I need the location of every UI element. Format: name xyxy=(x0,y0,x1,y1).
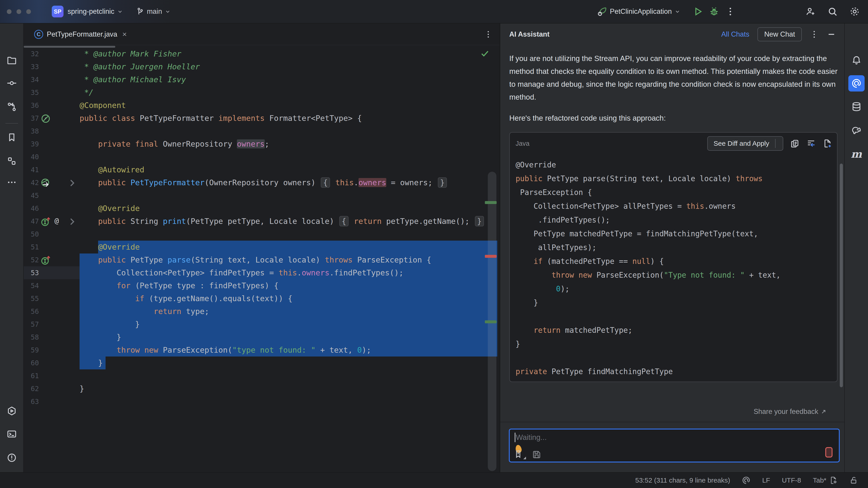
code-line[interactable]: 45 xyxy=(24,189,500,202)
maven-icon[interactable]: m xyxy=(848,146,865,162)
code-line[interactable]: 57 } xyxy=(24,318,500,331)
stop-icon[interactable] xyxy=(825,447,833,457)
code-line[interactable]: 58 } xyxy=(24,331,500,344)
code-line[interactable]: 38 xyxy=(24,125,500,138)
indent-style[interactable]: Tab* xyxy=(813,477,827,484)
code-line[interactable]: 36@Component xyxy=(24,99,500,112)
line-number[interactable]: 46 xyxy=(24,202,39,215)
line-number[interactable]: 53 xyxy=(24,266,39,279)
analysis-stripe-mark[interactable] xyxy=(485,255,497,258)
project-selector[interactable]: spring-petclinic xyxy=(68,7,123,15)
new-file-icon[interactable] xyxy=(823,139,832,148)
code-line[interactable]: 47@ public String print(PetType petType,… xyxy=(24,215,500,228)
settings-icon[interactable] xyxy=(849,6,860,17)
chat-input[interactable]: Waiting... xyxy=(509,429,840,462)
code-line[interactable]: 51 @Override xyxy=(24,240,500,254)
share-feedback-link[interactable]: Share your feedback xyxy=(500,408,836,416)
line-number[interactable]: 59 xyxy=(24,344,39,357)
code-line[interactable]: 59 throw new ParseException("type not fo… xyxy=(24,344,500,357)
line-number[interactable]: 34 xyxy=(24,73,39,86)
line-number[interactable]: 52 xyxy=(24,254,39,266)
new-chat-button[interactable]: New Chat xyxy=(757,27,802,41)
file-settings-icon[interactable] xyxy=(829,476,838,485)
fold-chevron-icon[interactable] xyxy=(67,178,78,188)
line-number[interactable]: 39 xyxy=(24,138,39,151)
line-number[interactable]: 32 xyxy=(24,47,39,60)
line-number[interactable]: 38 xyxy=(24,125,39,138)
ai-assistant-icon[interactable] xyxy=(848,75,865,92)
window-dot[interactable] xyxy=(7,9,11,14)
code-line[interactable]: 32 * @author Mark Fisher xyxy=(24,47,500,60)
database-icon[interactable] xyxy=(848,98,865,115)
insert-at-caret-icon[interactable] xyxy=(806,139,816,148)
at-gutter-icon[interactable]: @ xyxy=(55,217,65,227)
code-line[interactable]: 55 if (type.getName().equals(text)) { xyxy=(24,292,500,305)
vcs-update-icon[interactable] xyxy=(4,99,20,115)
line-number[interactable]: 42 xyxy=(24,176,39,189)
bookmarks-icon[interactable] xyxy=(4,129,20,145)
analysis-stripe-mark[interactable] xyxy=(485,320,497,323)
line-number[interactable]: 57 xyxy=(24,318,39,331)
code-line[interactable]: 37public class PetTypeFormatter implemen… xyxy=(24,112,500,125)
window-dot[interactable] xyxy=(17,9,21,14)
line-number[interactable]: 55 xyxy=(24,292,39,305)
problems-icon[interactable] xyxy=(4,450,20,466)
hide-icon[interactable] xyxy=(827,30,836,39)
line-number[interactable]: 61 xyxy=(24,369,39,382)
code-editor[interactable]: 32 * @author Mark Fisher33 * @author Jue… xyxy=(24,24,500,472)
code-line[interactable]: 39 private final OwnerRepository owners; xyxy=(24,138,500,151)
code-line[interactable]: 50 xyxy=(24,228,500,240)
code-line[interactable]: 63 xyxy=(24,395,500,408)
line-number[interactable]: 54 xyxy=(24,279,39,292)
encoding[interactable]: UTF-8 xyxy=(782,477,801,484)
copy-icon[interactable] xyxy=(790,139,800,148)
more-toolwindows-icon[interactable] xyxy=(4,174,20,191)
run-configuration[interactable]: PetClinicApplication xyxy=(597,6,680,17)
code-line[interactable]: 40 xyxy=(24,151,500,163)
code-line[interactable]: 34 * @author Michael Isvy xyxy=(24,73,500,86)
line-number[interactable]: 51 xyxy=(24,240,39,254)
window-dot[interactable] xyxy=(26,9,31,14)
caret-position[interactable]: 53:52 (311 chars, 9 line breaks) xyxy=(635,477,730,484)
prompt-library-icon[interactable] xyxy=(514,447,526,459)
code-line[interactable]: 62} xyxy=(24,382,500,395)
code-line[interactable]: 52 public PetType parse(String text, Loc… xyxy=(24,254,500,266)
save-icon[interactable] xyxy=(532,450,541,459)
lock-open-icon[interactable] xyxy=(849,476,858,485)
more-vertical-icon[interactable] xyxy=(809,30,819,39)
see-diff-and-apply-button[interactable]: See Diff and Apply xyxy=(707,136,783,151)
code-line[interactable]: 35 */ xyxy=(24,86,500,99)
project-folder-icon[interactable] xyxy=(4,52,20,68)
chat-scrollbar[interactable] xyxy=(840,164,843,387)
fold-chevron-icon[interactable] xyxy=(67,217,78,227)
run-icon[interactable] xyxy=(692,6,703,17)
all-chats-link[interactable]: All Chats xyxy=(721,30,749,38)
code-line[interactable]: 42 public PetTypeFormatter(OwnerReposito… xyxy=(24,176,500,189)
line-number[interactable]: 47 xyxy=(24,215,39,228)
chevron-down-icon[interactable] xyxy=(776,140,783,147)
code-line[interactable]: 53 Collection<PetType> findPetTypes = th… xyxy=(24,266,500,279)
branch-selector[interactable]: main xyxy=(135,7,170,16)
inspections-ok-icon[interactable] xyxy=(480,48,490,58)
search-icon[interactable] xyxy=(827,6,838,17)
line-number[interactable]: 35 xyxy=(24,86,39,99)
code-line[interactable]: 46 @Override xyxy=(24,202,500,215)
gradle-icon[interactable] xyxy=(848,122,865,138)
debug-icon[interactable] xyxy=(709,6,719,17)
line-number[interactable]: 33 xyxy=(24,60,39,73)
line-number[interactable]: 56 xyxy=(24,305,39,318)
line-number[interactable]: 45 xyxy=(24,189,39,202)
overridei-gutter-icon[interactable] xyxy=(40,217,51,227)
structure-icon[interactable] xyxy=(4,153,20,169)
line-number[interactable]: 36 xyxy=(24,99,39,112)
code-line[interactable]: 54 for (PetType type : findPetTypes) { xyxy=(24,279,500,292)
line-number[interactable]: 60 xyxy=(24,357,39,369)
line-number[interactable]: 40 xyxy=(24,151,39,163)
overridei-gutter-icon[interactable] xyxy=(40,255,51,265)
code-line[interactable]: 33 * @author Juergen Hoeller xyxy=(24,60,500,73)
code-line[interactable]: 60 } xyxy=(24,357,500,369)
line-number[interactable]: 58 xyxy=(24,331,39,344)
code-line[interactable]: 56 return type; xyxy=(24,305,500,318)
analysis-stripe-mark[interactable] xyxy=(485,201,497,204)
code-line[interactable]: 41 @Autowired xyxy=(24,163,500,176)
